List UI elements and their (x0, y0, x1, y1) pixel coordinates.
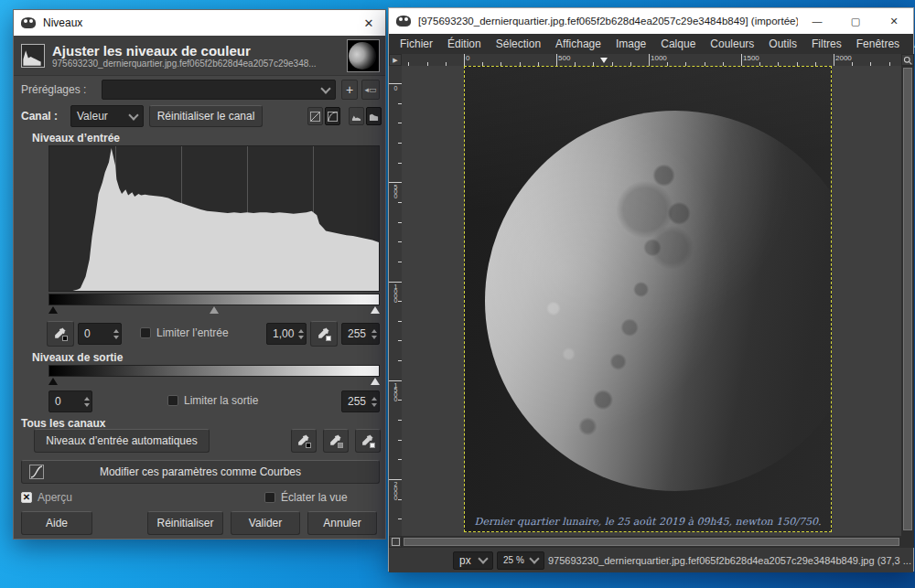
menu-selection[interactable]: Sélection (489, 37, 548, 50)
close-icon[interactable]: ✕ (875, 8, 913, 34)
horizontal-ruler[interactable]: 0500100015002000 (402, 54, 901, 67)
canvas-area[interactable]: Dernier quartier lunaire, le 25 août 201… (402, 66, 901, 536)
split-view-checkbox[interactable] (264, 492, 275, 503)
dialog-header-subtitle: 975693230_dernierquartier.jpg.fef065f2b6… (52, 59, 347, 69)
unit-combo[interactable]: px (453, 551, 493, 570)
close-icon[interactable]: ✕ (360, 16, 378, 30)
vertical-ruler[interactable]: 0500100015002000 (389, 66, 403, 536)
channel-combo[interactable]: Valeur (70, 105, 144, 127)
ok-button[interactable]: Valider (231, 511, 300, 535)
spinner-arrows-icon[interactable] (371, 397, 377, 407)
help-button[interactable]: Aide (21, 511, 92, 535)
vertical-scrollbar[interactable] (901, 66, 914, 536)
vertical-scrollbar-thumb[interactable] (903, 68, 912, 530)
menu-fenetres[interactable]: Fenêtres (849, 37, 907, 50)
input-gamma-slider[interactable] (210, 306, 219, 314)
dialog-title: Niveaux (43, 16, 360, 29)
histogram-scale-log-button[interactable] (366, 107, 382, 125)
presets-combo[interactable] (102, 80, 336, 100)
input-black-spinbox[interactable]: 0 (78, 323, 122, 345)
linear-histogram-button[interactable] (307, 107, 323, 125)
spinner-arrows-icon[interactable] (371, 329, 377, 339)
horizontal-scrollbar[interactable] (389, 536, 914, 548)
gimp-main-window: [975693230_dernierquartier.jpg.fef065f2b… (388, 7, 914, 572)
menu-fichier[interactable]: Fichier (393, 37, 440, 50)
log-histogram-icon (328, 112, 338, 122)
pick-white-point-button[interactable] (310, 321, 338, 347)
add-preset-button[interactable]: + (341, 80, 358, 100)
preview-checkbox[interactable] (21, 492, 32, 503)
window-titlebar[interactable]: [975693230_dernierquartier.jpg.fef065f2b… (389, 8, 913, 34)
output-black-slider[interactable] (48, 378, 58, 385)
menu-edition[interactable]: Édition (440, 37, 489, 50)
histogram-chart (49, 148, 379, 291)
log-histogram-button[interactable] (325, 107, 340, 125)
clamp-input-checkbox[interactable] (140, 327, 151, 338)
histogram-scale-linear-button[interactable] (349, 107, 364, 125)
spinner-arrows-icon[interactable] (84, 397, 90, 407)
horizontal-scrollbar-thumb[interactable] (404, 538, 899, 546)
menu-aide[interactable]: Aide (907, 37, 915, 50)
input-white-spinbox[interactable]: 255 (341, 323, 380, 345)
split-view-label: Éclater la vue (281, 491, 348, 504)
output-white-spinbox[interactable]: 255 (341, 390, 380, 412)
all-pick-black-button[interactable] (291, 429, 317, 453)
curves-icon (29, 465, 44, 479)
ruler-tick (389, 282, 402, 283)
clamp-output-row: Limiter la sortie (167, 394, 258, 407)
ruler-label: 2000 (391, 481, 400, 499)
dialog-titlebar[interactable]: Niveaux ✕ (14, 10, 385, 36)
ruler-tick (649, 54, 650, 66)
menu-filtres[interactable]: Filtres (804, 37, 849, 50)
gimp-wilber-icon (396, 16, 411, 27)
menu-bar: FichierÉditionSélectionAffichageImageCal… (389, 34, 913, 54)
auto-input-levels-button[interactable]: Niveaux d’entrée automatiques (34, 429, 210, 453)
input-black-slider[interactable] (48, 306, 58, 314)
chevron-down-icon (320, 83, 330, 93)
spinner-arrows-icon[interactable] (298, 329, 304, 339)
edit-as-curves-button[interactable]: Modifier ces paramètres comme Courbes (21, 460, 380, 484)
ruler-tick (389, 83, 402, 84)
output-black-spinbox[interactable]: 0 (48, 390, 92, 412)
output-white-slider[interactable] (371, 378, 380, 385)
input-gamma-spinbox[interactable]: 1,00 (266, 323, 307, 345)
menu-arrow-icon: ▶ (393, 57, 397, 64)
dialog-header-title: Ajuster les niveaux de couleur (52, 43, 347, 59)
menu-outils[interactable]: Outils (761, 37, 804, 50)
all-pick-white-button[interactable] (355, 429, 381, 453)
black-swatch (306, 443, 311, 448)
gimp-wilber-icon (21, 17, 36, 28)
quick-mask-toggle[interactable] (389, 536, 402, 548)
menu-calque[interactable]: Calque (653, 37, 703, 50)
pick-black-point-button[interactable] (47, 321, 74, 347)
menu-couleurs[interactable]: Couleurs (703, 37, 761, 50)
input-white-slider[interactable] (371, 306, 380, 314)
chevron-down-icon (529, 553, 539, 563)
all-pick-gray-button[interactable] (323, 429, 349, 453)
input-gradient-strip (48, 294, 380, 305)
histogram-icon (21, 44, 45, 68)
menu-image[interactable]: Image (608, 37, 653, 50)
white-swatch (370, 443, 375, 448)
window-title: [975693230_dernierquartier.jpg.fef065f2b… (418, 16, 798, 27)
image-thumbnail (347, 39, 380, 72)
channel-label: Canal : (21, 110, 58, 123)
cancel-button[interactable]: Annuler (307, 511, 377, 535)
ruler-corner-menu-button[interactable]: ▶ (389, 54, 402, 66)
presets-menu-button[interactable]: ◂▭ (361, 80, 380, 100)
image-layer-boundary[interactable]: Dernier quartier lunaire, le 25 août 201… (464, 66, 832, 532)
presets-label: Préréglages : (21, 83, 86, 96)
reset-button[interactable]: Réinitialiser (147, 511, 223, 535)
channel-combo-value: Valeur (77, 110, 108, 123)
reset-channel-button[interactable]: Réinitialiser le canal (149, 105, 263, 127)
spinner-arrows-icon[interactable] (113, 329, 119, 339)
minimize-icon[interactable]: — (798, 8, 836, 34)
presets-menu-icon: ◂▭ (364, 85, 376, 94)
zoom-follow-window-button[interactable] (901, 54, 914, 66)
menu-affichage[interactable]: Affichage (548, 37, 608, 50)
image-caption: Dernier quartier lunaire, le 25 août 201… (465, 516, 831, 528)
clamp-output-checkbox[interactable] (167, 395, 178, 406)
zoom-combo[interactable]: 25 % (497, 551, 544, 570)
gray-swatch (338, 443, 343, 448)
maximize-icon[interactable]: ▢ (836, 8, 875, 34)
